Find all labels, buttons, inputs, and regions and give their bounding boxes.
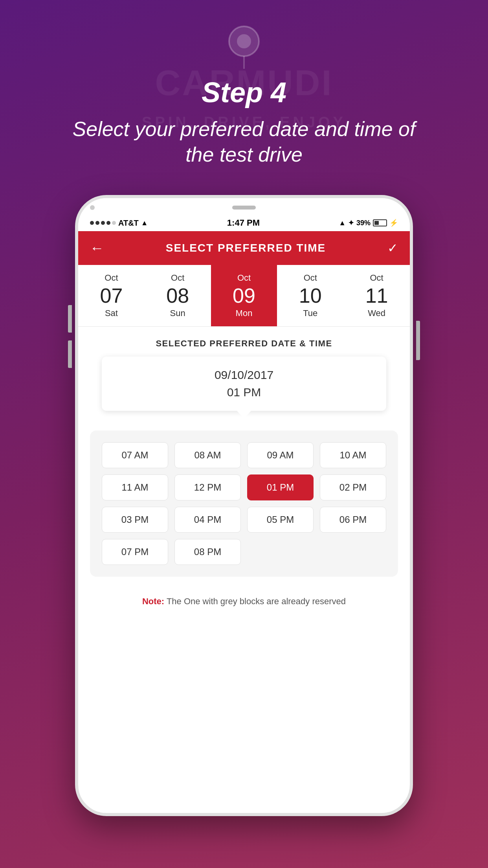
date-item-09[interactable]: Oct 09 Mon <box>211 265 277 326</box>
status-time: 1:47 PM <box>227 218 260 228</box>
volume-up-button <box>68 305 72 333</box>
time-slot-02-PM[interactable]: 02 PM <box>320 474 386 500</box>
date-weekday: Sun <box>170 308 185 318</box>
date-weekday: Sat <box>105 308 118 318</box>
signal-dot <box>95 221 99 225</box>
date-item-10[interactable]: Oct 10 Tue <box>277 265 343 326</box>
phone-frame: AT&T ▲ 1:47 PM ▲ ✦ 39% ⚡ ← SELECT PREFER… <box>75 195 413 816</box>
date-day: 09 <box>233 285 255 306</box>
wifi-icon: ▲ <box>141 219 148 227</box>
status-right: ▲ ✦ 39% ⚡ <box>339 219 398 227</box>
back-button[interactable]: ← <box>90 240 104 256</box>
date-picker: Oct 07 Sat Oct 08 Sun Oct 09 Mon Oct 10 … <box>78 265 410 327</box>
status-left: AT&T ▲ <box>90 219 148 228</box>
time-slot-07-AM[interactable]: 07 AM <box>102 442 168 468</box>
note-body: The One with grey blocks are already res… <box>167 596 346 606</box>
status-bar: AT&T ▲ 1:47 PM ▲ ✦ 39% ⚡ <box>78 215 410 231</box>
speaker-grille <box>232 206 256 210</box>
time-slot-07-PM[interactable]: 07 PM <box>102 539 168 565</box>
date-month: Oct <box>171 273 184 283</box>
date-weekday: Mon <box>236 308 253 318</box>
confirm-button[interactable]: ✓ <box>387 241 398 256</box>
time-slot-01-PM[interactable]: 01 PM <box>247 474 314 500</box>
selected-datetime-card: 09/10/2017 01 PM <box>102 357 386 411</box>
date-weekday: Wed <box>368 308 385 318</box>
signal-dot <box>106 221 110 225</box>
location-pin-icon <box>224 24 264 71</box>
time-slot-06-PM[interactable]: 06 PM <box>320 507 386 533</box>
battery-percent: 39% <box>356 219 371 227</box>
date-weekday: Tue <box>303 308 317 318</box>
signal-dot <box>101 221 105 225</box>
note-section: Note: The One with grey blocks are alrea… <box>78 588 410 618</box>
signal-dots <box>90 221 116 225</box>
date-month: Oct <box>370 273 383 283</box>
step-title: Step 4 <box>67 76 421 108</box>
signal-dot <box>112 221 116 225</box>
date-day: 10 <box>299 285 322 306</box>
phone-wrapper: AT&T ▲ 1:47 PM ▲ ✦ 39% ⚡ ← SELECT PREFER… <box>75 195 413 816</box>
date-day: 07 <box>100 285 123 306</box>
carrier-label: AT&T <box>118 219 139 228</box>
date-item-07[interactable]: Oct 07 Sat <box>78 265 145 326</box>
date-month: Oct <box>237 273 251 283</box>
date-item-11[interactable]: Oct 11 Wed <box>343 265 410 326</box>
signal-dot <box>90 221 94 225</box>
selected-label: SELECTED PREFERRED DATE & TIME <box>94 338 394 349</box>
note-label: Note: <box>142 596 164 606</box>
selected-section: SELECTED PREFERRED DATE & TIME 09/10/201… <box>78 327 410 415</box>
app-header: ← SELECT PREFERRED TIME ✓ <box>78 231 410 265</box>
time-slot-04-PM[interactable]: 04 PM <box>174 507 241 533</box>
date-day: 08 <box>166 285 189 306</box>
svg-point-1 <box>237 34 251 48</box>
step-subtitle: Select your preferred date and time of t… <box>67 116 421 167</box>
battery-icon <box>373 219 387 226</box>
app-header-title: SELECT PREFERRED TIME <box>166 242 326 254</box>
time-slot-05-PM[interactable]: 05 PM <box>247 507 314 533</box>
time-slot-08-PM[interactable]: 08 PM <box>174 539 241 565</box>
selected-date: 09/10/2017 <box>117 368 371 382</box>
phone-top-bar <box>78 198 410 215</box>
time-slot-12-PM[interactable]: 12 PM <box>174 474 241 500</box>
time-slot-11-AM[interactable]: 11 AM <box>102 474 168 500</box>
time-slot-08-AM[interactable]: 08 AM <box>174 442 241 468</box>
header-section: Step 4 Select your preferred date and ti… <box>67 0 421 179</box>
location-icon: ▲ <box>339 219 346 227</box>
note-text: Note: The One with grey blocks are alrea… <box>142 596 346 606</box>
bluetooth-icon: ✦ <box>348 219 354 227</box>
volume-down-button <box>68 340 72 368</box>
date-month: Oct <box>105 273 118 283</box>
time-slot-10-AM[interactable]: 10 AM <box>320 442 386 468</box>
time-slot-09-AM[interactable]: 09 AM <box>247 442 314 468</box>
time-slot-03-PM[interactable]: 03 PM <box>102 507 168 533</box>
selected-time: 01 PM <box>117 386 371 399</box>
front-camera <box>90 205 95 210</box>
charging-icon: ⚡ <box>389 219 398 227</box>
time-slots-section: 07 AM08 AM09 AM10 AM11 AM12 PM01 PM02 PM… <box>90 430 398 577</box>
time-grid: 07 AM08 AM09 AM10 AM11 AM12 PM01 PM02 PM… <box>102 442 386 565</box>
date-day: 11 <box>365 285 388 306</box>
power-button <box>416 321 420 360</box>
date-item-08[interactable]: Oct 08 Sun <box>145 265 211 326</box>
date-month: Oct <box>304 273 317 283</box>
